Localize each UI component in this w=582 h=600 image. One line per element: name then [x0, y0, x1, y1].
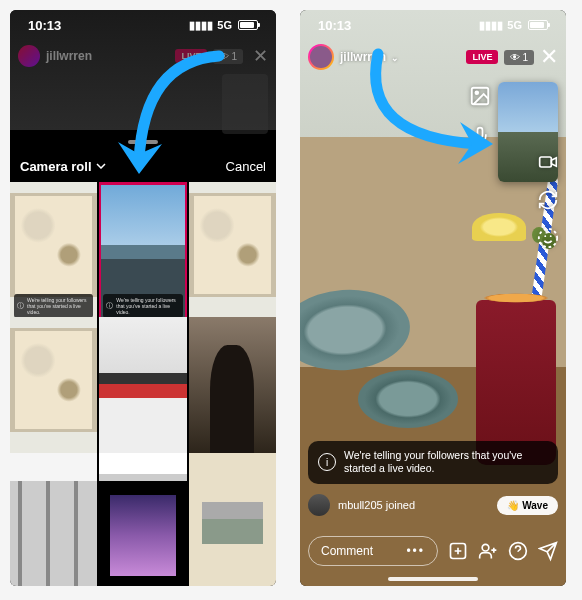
viewer-joined-row: mbull205 joined 👋Wave	[308, 494, 558, 516]
viewer-count[interactable]: 👁 1	[504, 50, 534, 65]
close-icon[interactable]: ✕	[540, 44, 558, 70]
flip-camera-icon[interactable]	[536, 188, 560, 212]
status-right: ▮▮▮▮ 5G	[479, 19, 548, 32]
scene-drink	[466, 235, 560, 465]
username-label[interactable]: jillwrren ⌄	[340, 50, 460, 64]
effects-icon[interactable]	[536, 226, 560, 250]
username-label: jillwrren	[46, 49, 169, 63]
photo-thumb[interactable]	[10, 317, 97, 457]
info-icon: i	[318, 453, 336, 471]
photo-thumb[interactable]	[99, 453, 186, 586]
status-bar: 10:13 ▮▮▮▮ 5G	[300, 10, 566, 40]
comment-placeholder: Comment	[321, 544, 373, 558]
status-time: 10:13	[318, 18, 351, 33]
thumb-overlay: We're telling your followers that you've…	[14, 294, 93, 318]
network-label: 5G	[507, 19, 522, 31]
scene-plate	[358, 370, 458, 428]
viewer-joined-text: mbull205 joined	[338, 499, 489, 511]
camera-roll-grid: We're telling your followers that you've…	[10, 182, 276, 586]
viewer-count: 👁 1	[213, 49, 243, 64]
svg-rect-2	[478, 128, 483, 138]
video-icon[interactable]	[536, 150, 560, 174]
status-bar: 10:13 ▮▮▮▮ 5G	[10, 10, 276, 40]
photo-thumb[interactable]	[189, 317, 276, 457]
cancel-button[interactable]: Cancel	[226, 159, 266, 174]
network-label: 5G	[217, 19, 232, 31]
chevron-down-icon: ⌄	[388, 53, 399, 63]
viewer-avatar[interactable]	[308, 494, 330, 516]
pip-preview-dimmed	[222, 74, 268, 134]
home-indicator[interactable]	[388, 577, 478, 581]
status-time: 10:13	[28, 18, 61, 33]
avatar	[18, 45, 40, 67]
side-toolbar-upper	[468, 84, 492, 148]
photo-thumb[interactable]: We're telling your followers that you've…	[10, 182, 97, 322]
sheet-drag-handle[interactable]	[128, 140, 158, 144]
wave-emoji-icon: 👋	[507, 500, 519, 511]
photo-thumb[interactable]	[99, 317, 186, 457]
sheet-header: Camera roll Cancel	[10, 150, 276, 182]
svg-rect-3	[540, 157, 552, 167]
photo-thumb[interactable]	[189, 182, 276, 322]
side-toolbar-lower	[536, 150, 560, 250]
svg-point-5	[544, 235, 546, 237]
camera-roll-dropdown[interactable]: Camera roll	[20, 159, 106, 174]
invite-guest-icon[interactable]	[478, 541, 498, 561]
photo-thumb[interactable]	[10, 453, 97, 586]
svg-point-8	[482, 544, 489, 551]
scene-plate	[300, 286, 413, 375]
close-icon[interactable]: ✕	[253, 45, 268, 67]
photo-thumb-selected[interactable]: We're telling your followers that you've…	[99, 182, 186, 322]
notification-banner: i We're telling your followers that you'…	[308, 441, 558, 484]
photo-thumb[interactable]	[189, 453, 276, 586]
chevron-down-icon	[96, 163, 106, 169]
mic-icon[interactable]	[468, 124, 492, 148]
bottom-action-row: Comment •••	[308, 536, 558, 566]
avatar[interactable]	[308, 44, 334, 70]
notification-text: We're telling your followers that you've…	[344, 449, 548, 476]
live-header: jillwrren ⌄ LIVE 👁 1 ✕	[300, 44, 566, 70]
add-media-icon[interactable]	[448, 541, 468, 561]
signal-icon: ▮▮▮▮	[189, 19, 213, 32]
status-right: ▮▮▮▮ 5G	[189, 19, 258, 32]
live-badge: LIVE	[466, 50, 498, 64]
svg-point-6	[550, 235, 552, 237]
screenshot-camera-roll: 10:13 ▮▮▮▮ 5G jillwrren LIVE 👁 1 ✕ Camer…	[10, 10, 276, 586]
battery-icon	[236, 20, 258, 30]
live-header-dimmed: jillwrren LIVE 👁 1 ✕	[10, 42, 276, 70]
svg-point-1	[475, 91, 478, 94]
comment-input[interactable]: Comment •••	[308, 536, 438, 566]
wave-button[interactable]: 👋Wave	[497, 496, 558, 515]
thumb-overlay: We're telling your followers that you've…	[103, 294, 182, 318]
signal-icon: ▮▮▮▮	[479, 19, 503, 32]
svg-point-4	[539, 229, 557, 247]
more-options-icon[interactable]: •••	[406, 544, 425, 558]
screenshot-live-with-pip: 10:13 ▮▮▮▮ 5G jillwrren ⌄ LIVE 👁 1 ✕ i W…	[300, 10, 566, 586]
share-icon[interactable]	[538, 541, 558, 561]
battery-icon	[526, 20, 548, 30]
questions-icon[interactable]	[508, 541, 528, 561]
image-icon[interactable]	[468, 84, 492, 108]
live-badge: LIVE	[175, 49, 207, 63]
